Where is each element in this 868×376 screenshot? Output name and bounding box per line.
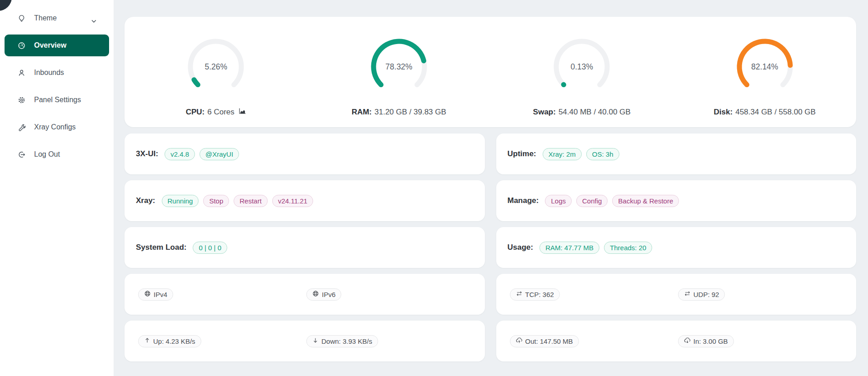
arrow-down-icon [312, 337, 319, 345]
disk-gauge-block: 82.14% Disk: 458.34 GB / 558.00 GB [673, 36, 857, 117]
gear-icon [17, 96, 25, 104]
card-3xui-label: 3X-UI: [136, 149, 158, 158]
cloud-upload-icon [516, 337, 523, 345]
sidebar: Theme Overview Inbounds [0, 0, 114, 376]
swap-gauge-value: 0.13% [551, 36, 612, 97]
cloud-download-icon [684, 337, 691, 345]
swap-caption: Swap: 54.40 MB / 40.00 GB [533, 108, 631, 117]
cpu-chart-icon[interactable] [239, 108, 246, 117]
logout-icon [17, 151, 25, 158]
xray-restart-button[interactable]: Restart [234, 195, 267, 207]
card-3xui: 3X-UI: v2.4.8 @XrayUI [125, 134, 485, 174]
tag-usage-threads: Threads: 20 [604, 242, 652, 254]
sidebar-item-label: Theme [34, 14, 57, 22]
disk-caption: Disk: 458.34 GB / 558.00 GB [714, 108, 816, 117]
sidebar-item-label: Overview [34, 41, 66, 49]
tag-upload-speed: Up: 4.23 KB/s [138, 335, 201, 347]
bulb-icon [17, 15, 25, 22]
tag-telegram-link[interactable]: @XrayUI [200, 148, 239, 160]
config-button[interactable]: Config [576, 195, 608, 207]
globe-icon [312, 290, 319, 298]
card-uptime-label: Uptime: [508, 149, 536, 158]
disk-gauge-value: 82.14% [734, 36, 795, 97]
dashboard-icon [17, 42, 25, 49]
backup-restore-button[interactable]: Backup & Restore [612, 195, 679, 207]
swap-icon [516, 290, 523, 298]
card-usage-label: Usage: [508, 243, 534, 252]
sidebar-item-label: Panel Settings [34, 96, 81, 104]
cpu-gauge-value: 5.26% [185, 36, 246, 97]
sidebar-item-theme[interactable]: Theme [5, 7, 109, 29]
ram-gauge-block: 78.32% RAM: 31.20 GB / 39.83 GB [308, 36, 491, 117]
sidebar-item-label: Xray Configs [34, 123, 76, 131]
tag-system-load: 0 | 0 | 0 [193, 242, 227, 254]
tag-xray-status: Running [162, 195, 199, 207]
info-grid: 3X-UI: v2.4.8 @XrayUI Uptime: Xray: 2m O… [125, 134, 856, 361]
tag-3xui-version: v2.4.8 [165, 148, 195, 160]
arrow-up-icon [144, 337, 150, 345]
user-icon [17, 69, 25, 77]
ram-gauge-value: 78.32% [369, 36, 429, 97]
card-uptime: Uptime: Xray: 2m OS: 3h [496, 134, 857, 174]
cpu-caption: CPU: 6 Cores [186, 108, 246, 117]
tag-uptime-xray: Xray: 2m [543, 148, 582, 160]
sidebar-item-panel-settings[interactable]: Panel Settings [5, 89, 109, 111]
card-usage: Usage: RAM: 47.77 MB Threads: 20 [496, 227, 857, 268]
swap-icon [684, 290, 691, 298]
globe-icon [144, 290, 151, 298]
card-traffic: Out: 147.50 MB In: 3.00 GB [496, 321, 857, 361]
tag-uptime-os: OS: 3h [586, 148, 619, 160]
card-connections: TCP: 362 UDP: 92 [496, 274, 857, 315]
swap-gauge-block: 0.13% Swap: 54.40 MB / 40.00 GB [490, 36, 673, 117]
chevron-down-icon [91, 17, 96, 25]
ram-caption: RAM: 31.20 GB / 39.83 GB [352, 108, 446, 117]
tag-traffic-out: Out: 147.50 MB [510, 335, 579, 347]
card-system-load-label: System Load: [136, 243, 186, 252]
card-speed: Up: 4.23 KB/s Down: 3.93 KB/s [125, 321, 485, 361]
tag-download-speed: Down: 3.93 KB/s [306, 335, 378, 347]
card-manage-label: Manage: [508, 196, 539, 205]
card-ip-addresses: IPv4 IPv6 [125, 274, 485, 315]
wrench-icon [17, 124, 25, 131]
xray-version-button[interactable]: v24.11.21 [272, 195, 314, 207]
card-system-load: System Load: 0 | 0 | 0 [125, 227, 485, 268]
tag-ipv4: IPv4 [138, 288, 173, 301]
tag-ipv6: IPv6 [306, 288, 341, 301]
sidebar-item-label: Inbounds [34, 69, 64, 77]
sidebar-item-xray-configs[interactable]: Xray Configs [5, 116, 109, 138]
card-xray: Xray: Running Stop Restart v24.11.21 [125, 180, 485, 221]
app-root: Theme Overview Inbounds [0, 0, 868, 376]
xray-stop-button[interactable]: Stop [203, 195, 229, 207]
sidebar-item-overview[interactable]: Overview [5, 35, 109, 56]
tag-tcp-count: TCP: 362 [510, 288, 560, 301]
sidebar-item-inbounds[interactable]: Inbounds [5, 62, 109, 84]
logs-button[interactable]: Logs [545, 195, 572, 207]
sidebar-item-logout[interactable]: Log Out [5, 143, 109, 165]
tag-traffic-in: In: 3.00 GB [678, 335, 734, 347]
cpu-gauge-block: 5.26% CPU: 6 Cores [125, 36, 308, 117]
card-xray-label: Xray: [136, 196, 155, 205]
tag-udp-count: UDP: 92 [678, 288, 725, 301]
main-content: 5.26% CPU: 6 Cores [114, 0, 868, 376]
sidebar-item-label: Log Out [34, 150, 60, 158]
card-manage: Manage: Logs Config Backup & Restore [496, 180, 857, 221]
tag-usage-ram: RAM: 47.77 MB [539, 242, 599, 254]
system-status-card: 5.26% CPU: 6 Cores [125, 17, 856, 127]
